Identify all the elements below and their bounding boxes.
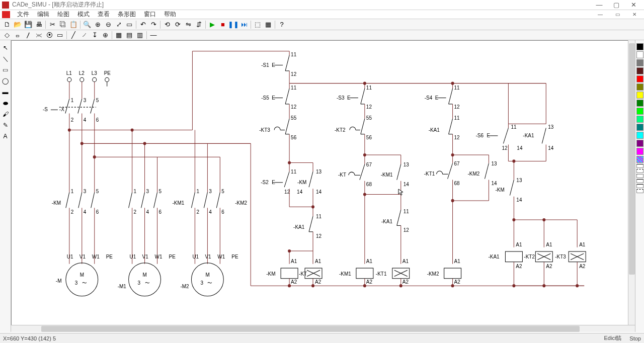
menu-file[interactable]: 文件 bbox=[13, 10, 33, 19]
comp-block3[interactable]: ▥ bbox=[135, 30, 145, 40]
zoom-fit-button[interactable]: ⤢ bbox=[114, 20, 124, 30]
save-button[interactable]: 💾 bbox=[23, 20, 33, 30]
mdi-close-button[interactable]: ✕ bbox=[626, 10, 643, 19]
mdi-max-button[interactable]: ▭ bbox=[609, 10, 626, 19]
svg-text:V1: V1 bbox=[79, 254, 86, 260]
color-swatch-13[interactable] bbox=[636, 148, 643, 155]
run-button[interactable]: ▶ bbox=[207, 20, 217, 30]
fillellipse-tool[interactable]: ⬬ bbox=[1, 99, 10, 108]
color-swatch-12[interactable] bbox=[636, 140, 643, 147]
comp-no[interactable]: ╱ bbox=[68, 30, 78, 40]
label-KT: -KT bbox=[338, 172, 346, 178]
maximize-button[interactable]: ▢ bbox=[608, 1, 625, 10]
open-button[interactable]: 📂 bbox=[13, 20, 23, 30]
close-button[interactable]: ✕ bbox=[625, 1, 642, 10]
color-swatch-hatch[interactable] bbox=[636, 156, 643, 163]
rotate-r-button[interactable]: ⟳ bbox=[173, 20, 183, 30]
color-swatch-9[interactable] bbox=[636, 116, 643, 123]
paint-tool[interactable]: 🖌 bbox=[1, 110, 10, 119]
zoom-window-button[interactable]: 🔍 bbox=[82, 20, 92, 30]
color-swatch-6[interactable] bbox=[636, 92, 643, 99]
menu-mode[interactable]: 模式 bbox=[73, 10, 94, 19]
comp-block2[interactable]: ▤ bbox=[124, 30, 134, 40]
color-swatch-10[interactable] bbox=[636, 124, 643, 131]
text-tool[interactable]: A bbox=[1, 132, 10, 141]
color-swatch-8[interactable] bbox=[636, 108, 643, 115]
comp-switch[interactable]: ↧ bbox=[90, 30, 100, 40]
linestyle-swatch-5[interactable] bbox=[636, 189, 643, 193]
redo-button[interactable]: ↷ bbox=[148, 20, 158, 30]
schematic-canvas[interactable]: -X L1 L2 L3 PE -S 1 3 5 bbox=[11, 40, 635, 332]
zoom-in-button[interactable]: ⊕ bbox=[93, 20, 103, 30]
toggle2-button[interactable]: ▦ bbox=[263, 20, 273, 30]
rect-tool[interactable]: ▭ bbox=[1, 65, 10, 74]
color-swatch-5[interactable] bbox=[636, 83, 643, 91]
comp-nc[interactable]: ⟋ bbox=[79, 30, 89, 40]
menu-bars[interactable]: 条形图 bbox=[114, 10, 140, 19]
svg-text:11: 11 bbox=[511, 124, 516, 130]
zoom-out-button[interactable]: ⊖ bbox=[103, 20, 113, 30]
color-swatch-0[interactable] bbox=[636, 43, 643, 50]
rotate-l-button[interactable]: ⟲ bbox=[162, 20, 172, 30]
linestyle-swatch-3[interactable] bbox=[636, 179, 643, 183]
new-button[interactable]: 🗋 bbox=[2, 20, 12, 30]
menu-view[interactable]: 查看 bbox=[94, 10, 114, 19]
copy-button[interactable]: ⿻ bbox=[58, 20, 68, 30]
linestyle-swatch-4[interactable] bbox=[636, 184, 643, 188]
color-swatch-2[interactable] bbox=[636, 59, 643, 66]
svg-text:PE: PE bbox=[106, 254, 113, 260]
comp-motor[interactable]: ⦿ bbox=[44, 30, 54, 40]
vertical-scrollbar[interactable] bbox=[628, 40, 635, 325]
color-swatch-11[interactable] bbox=[636, 132, 643, 139]
svg-text:4: 4 bbox=[209, 209, 212, 215]
comp-terminal[interactable]: ◇ bbox=[2, 30, 12, 40]
toggle1-button[interactable]: ⬚ bbox=[253, 20, 263, 30]
zoom-sel-button[interactable]: ▭ bbox=[124, 20, 134, 30]
undo-button[interactable]: ↶ bbox=[138, 20, 148, 30]
color-swatch-7[interactable] bbox=[636, 100, 643, 107]
mirror-v-button[interactable]: ⇵ bbox=[194, 20, 204, 30]
comp-fuse[interactable]: ⏛ bbox=[13, 30, 23, 40]
comp-block1[interactable]: ▦ bbox=[114, 30, 124, 40]
line-tool[interactable]: ＼ bbox=[1, 54, 10, 63]
pause-button[interactable]: ❚❚ bbox=[228, 20, 238, 30]
fillrect-tool[interactable]: ▬ bbox=[1, 88, 10, 97]
color-swatch-4[interactable] bbox=[636, 75, 643, 82]
ellipse-tool[interactable]: ◯ bbox=[1, 76, 10, 85]
label-KA1a: -KA1 bbox=[429, 127, 440, 132]
svg-text:14: 14 bbox=[548, 145, 553, 151]
horizontal-scrollbar[interactable] bbox=[11, 325, 635, 332]
svg-text:A2: A2 bbox=[315, 279, 321, 285]
comp-contact[interactable]: ⩙ bbox=[34, 30, 44, 40]
linestyle-swatch-2[interactable] bbox=[636, 174, 643, 178]
comp-line[interactable]: 〳 bbox=[23, 30, 33, 40]
menu-draw[interactable]: 绘图 bbox=[53, 10, 73, 19]
paste-button[interactable]: 📋 bbox=[68, 20, 78, 30]
menu-window[interactable]: 窗口 bbox=[140, 10, 160, 19]
comp-wire[interactable]: — bbox=[148, 30, 158, 40]
comp-pb[interactable]: ⊕ bbox=[100, 30, 110, 40]
svg-text:14: 14 bbox=[316, 189, 321, 195]
menu-help[interactable]: 帮助 bbox=[160, 10, 180, 19]
menu-edit[interactable]: 编辑 bbox=[33, 10, 53, 19]
help-button[interactable]: ? bbox=[277, 20, 287, 30]
svg-line-30 bbox=[66, 192, 69, 208]
print-button[interactable]: 🖶 bbox=[34, 20, 44, 30]
linestyle-swatch-0[interactable] bbox=[636, 164, 643, 168]
mirror-h-button[interactable]: ⇋ bbox=[183, 20, 193, 30]
label-KM2: -KM2 bbox=[235, 200, 247, 206]
color-swatch-3[interactable] bbox=[636, 67, 643, 74]
minimize-button[interactable]: — bbox=[591, 1, 608, 10]
svg-text:6: 6 bbox=[96, 117, 99, 123]
label-L3: L3 bbox=[92, 70, 97, 76]
cut-button[interactable]: ✂ bbox=[47, 20, 57, 30]
comp-coil[interactable]: ▭ bbox=[55, 30, 65, 40]
svg-point-3 bbox=[105, 77, 109, 81]
select-tool[interactable]: ↖ bbox=[1, 43, 10, 52]
color-swatch-1[interactable] bbox=[636, 51, 643, 58]
linestyle-swatch-1[interactable] bbox=[636, 169, 643, 173]
stop-button[interactable]: ■ bbox=[218, 20, 228, 30]
step-button[interactable]: ⏭ bbox=[239, 20, 249, 30]
mdi-min-button[interactable]: — bbox=[592, 10, 609, 19]
pencil-tool[interactable]: ✎ bbox=[1, 121, 10, 130]
